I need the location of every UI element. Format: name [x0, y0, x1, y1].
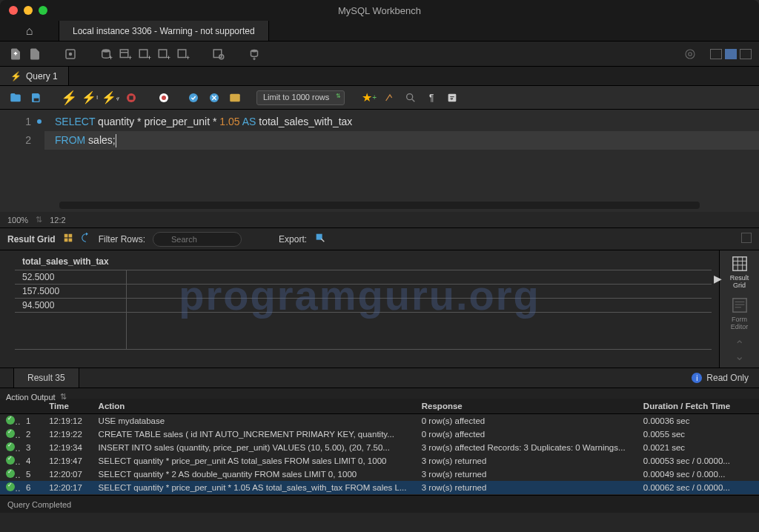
toggle-right-panel-button[interactable] [740, 49, 752, 59]
connection-tab[interactable]: Local instance 3306 - Warning - not supp… [59, 21, 269, 41]
toggle-invisible-icon[interactable]: ¶ [423, 90, 440, 106]
output-row[interactable]: 512:20:07SELECT quantity * 2 AS double_q… [0, 468, 759, 481]
pin-panel-icon[interactable] [741, 233, 752, 243]
success-icon [6, 482, 15, 491]
open-sql-icon[interactable] [27, 46, 43, 62]
horizontal-scrollbar[interactable] [59, 202, 700, 209]
execute-icon[interactable]: ⚡ [61, 90, 77, 106]
svg-rect-18 [34, 98, 39, 101]
read-only-indicator: i Read Only [692, 373, 749, 383]
execute-current-icon[interactable]: ⚡I [82, 90, 98, 106]
explain-icon[interactable]: ⚡𝓆 [102, 90, 119, 106]
toggle-left-panel-button[interactable] [710, 49, 722, 59]
result-grid-tool-label: Result Grid [730, 274, 749, 289]
save-file-icon[interactable] [28, 90, 44, 106]
result-grid-label: Result Grid [7, 234, 56, 245]
svg-rect-7 [139, 50, 148, 58]
svg-rect-20 [129, 96, 133, 99]
svg-rect-39 [732, 299, 746, 312]
home-icon: ⌂ [26, 24, 33, 38]
home-tab[interactable]: ⌂ [0, 21, 59, 41]
success-icon [6, 469, 15, 478]
form-editor-tool-label: Form Editor [731, 316, 749, 330]
connection-tab-label: Local instance 3306 - Warning - not supp… [73, 26, 255, 36]
query-tab[interactable]: ⚡ Query 1 [0, 67, 69, 85]
open-file-icon[interactable] [7, 90, 24, 106]
add-procedure-icon[interactable]: + [156, 46, 172, 62]
column-header[interactable]: total_sales_with_tax [15, 253, 126, 270]
collapse-arrow-icon[interactable]: ▶ [714, 273, 722, 285]
col-duration-header[interactable]: Duration / Fetch Time [637, 399, 759, 414]
zoom-arrows-icon[interactable]: ⇅ [36, 215, 42, 225]
filter-input[interactable] [153, 232, 242, 247]
col-action-header[interactable]: Action [93, 399, 416, 414]
favorite-icon[interactable]: ★+ [361, 90, 377, 106]
svg-text:+: + [148, 53, 151, 61]
output-row[interactable]: 412:19:47SELECT quantity * price_per_uni… [0, 454, 759, 468]
success-icon [6, 442, 15, 451]
col-response-header[interactable]: Response [416, 399, 637, 414]
success-icon [6, 416, 15, 425]
output-type-label: Action Output [6, 393, 56, 402]
title-bar: MySQL Workbench [0, 0, 759, 21]
wrap-icon[interactable] [444, 90, 460, 106]
output-row[interactable]: 212:19:22CREATE TABLE sales ( id INT AUT… [0, 428, 759, 441]
svg-rect-11 [178, 50, 186, 58]
add-table-icon[interactable]: + [117, 46, 133, 62]
svg-point-17 [689, 52, 692, 56]
grid-view-icon[interactable] [63, 233, 73, 245]
result-table[interactable]: total_sales_with_tax 52.5000157.500094.5… [15, 253, 712, 350]
export-icon[interactable] [314, 232, 326, 246]
table-row[interactable]: 157.5000 [15, 285, 712, 299]
action-output: Time Action Response Duration / Fetch Ti… [0, 399, 759, 495]
search-table-data-icon[interactable] [211, 46, 227, 62]
svg-text:+: + [167, 53, 170, 61]
settings-gear-icon[interactable] [682, 46, 698, 62]
reconnect-icon[interactable] [246, 46, 262, 62]
output-row[interactable]: 312:19:34INSERT INTO sales (quantity, pr… [0, 441, 759, 454]
commit-icon[interactable] [185, 90, 202, 106]
success-icon [6, 456, 15, 465]
success-icon [6, 429, 15, 438]
svg-rect-4 [120, 50, 128, 58]
rollback-icon[interactable] [206, 90, 222, 106]
find-icon[interactable] [402, 90, 419, 106]
svg-point-15 [251, 49, 258, 52]
filter-label: Filter Rows: [99, 234, 145, 245]
result-side-tools: ▶ Result Grid Form Editor ⌃⌄ [719, 250, 759, 368]
refresh-icon[interactable] [81, 233, 91, 245]
svg-rect-32 [68, 239, 72, 242]
toggle-whitespace-icon[interactable] [227, 90, 243, 106]
form-editor-tool[interactable]: Form Editor [725, 296, 755, 330]
svg-point-23 [189, 93, 198, 102]
output-type-arrows-icon[interactable]: ⇅ [60, 392, 67, 402]
query-tab-bar: ⚡ Query 1 [0, 67, 759, 86]
inspector-icon[interactable] [62, 46, 79, 62]
beautify-icon[interactable] [382, 90, 398, 106]
result-tab[interactable]: Result 35 [13, 368, 79, 388]
output-row[interactable]: 112:19:12USE mydatabase0 row(s) affected… [0, 414, 759, 428]
toggle-autocommit-icon[interactable] [156, 90, 172, 106]
add-schema-icon[interactable]: + [98, 46, 114, 62]
result-grid-tool[interactable]: Result Grid [725, 255, 755, 289]
toggle-bottom-panel-button[interactable] [725, 49, 737, 59]
table-row[interactable]: 52.5000 [15, 270, 712, 285]
stop-icon[interactable] [123, 90, 139, 106]
output-row[interactable]: 612:20:17SELECT quantity * price_per_uni… [0, 481, 759, 494]
svg-rect-30 [68, 234, 72, 238]
new-sql-tab-icon[interactable] [7, 46, 24, 62]
col-time-header[interactable]: Time [43, 399, 92, 414]
export-label: Export: [279, 234, 307, 245]
svg-line-27 [412, 99, 414, 102]
add-view-icon[interactable]: + [136, 46, 153, 62]
info-icon: i [692, 373, 702, 383]
row-limit-select[interactable]: Limit to 1000 rows [256, 90, 345, 105]
status-bar: Query Completed [0, 495, 759, 513]
table-row[interactable]: 94.5000 [15, 299, 712, 313]
breakpoint-dot-icon [37, 119, 42, 124]
sql-editor[interactable]: 1 SELECT quantity * price_per_unit * 1.0… [0, 110, 759, 212]
navigate-tool[interactable]: ⌃⌄ [725, 338, 755, 363]
read-only-label: Read Only [706, 373, 749, 383]
add-function-icon[interactable]: + [175, 46, 191, 62]
svg-point-16 [686, 50, 695, 59]
